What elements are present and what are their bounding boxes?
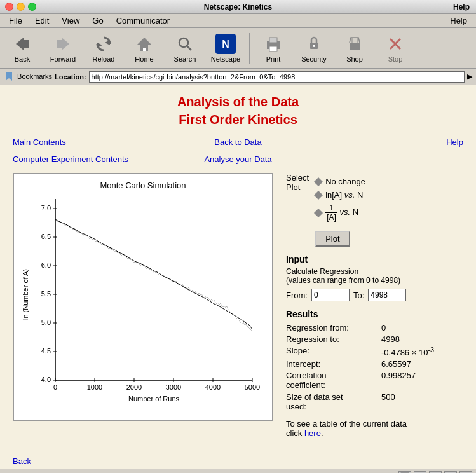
back-button[interactable]: Back: [4, 31, 41, 66]
computer-experiment-link[interactable]: Computer Experiment Contents: [13, 154, 128, 164]
svg-rect-14: [269, 38, 277, 43]
from-input[interactable]: [311, 289, 350, 301]
radio-lna[interactable]: [314, 190, 323, 199]
window-controls[interactable]: [5, 3, 36, 11]
reload-button[interactable]: Reload: [85, 31, 122, 66]
security-button[interactable]: Security: [296, 31, 332, 66]
from-to-row: From: To:: [286, 289, 463, 301]
result-regression-to: Regression to: 4998: [286, 334, 463, 344]
netscape-icon: N: [215, 34, 236, 54]
svg-text:0: 0: [53, 383, 57, 391]
back-to-data-link[interactable]: Back to Data: [214, 137, 261, 147]
menu-edit[interactable]: Edit: [30, 15, 54, 27]
title-bar: Netscape: Kinetics Help: [0, 0, 476, 14]
svg-text:6.5: 6.5: [41, 233, 51, 240]
svg-text:7.0: 7.0: [41, 204, 51, 212]
results-label: Results: [286, 309, 463, 319]
input-section: Input Calculate Regression(values can ra…: [286, 254, 463, 301]
page-content: Analysis of the Data First Order Kinetic…: [0, 85, 476, 454]
svg-marker-4: [105, 40, 110, 45]
help-link[interactable]: Help: [446, 137, 463, 147]
right-panel: Select Plot No change ln[A] vs. N: [286, 173, 463, 438]
svg-marker-23: [6, 72, 12, 81]
stop-button[interactable]: Stop: [377, 31, 414, 66]
status-icon-2: [414, 471, 426, 474]
analyse-data-link[interactable]: Analyse your Data: [204, 154, 271, 164]
chart-title: Monte Carlo Simulation: [20, 181, 266, 190]
lna-label: ln[A] vs. N: [325, 190, 363, 200]
nav-links: Main Contents Back to Data Help: [13, 137, 463, 147]
menu-view[interactable]: View: [57, 15, 85, 27]
shop-icon: [344, 34, 365, 54]
page-title: Analysis of the Data First Order Kinetic…: [13, 93, 463, 128]
result-size: Size of data setused: 500: [286, 392, 463, 411]
back-icon: [12, 34, 32, 54]
location-input[interactable]: [89, 71, 465, 83]
menu-communicator[interactable]: Communicator: [111, 15, 175, 27]
search-button[interactable]: Search: [167, 31, 203, 66]
input-label: Input: [286, 254, 463, 264]
home-button[interactable]: Home: [126, 31, 163, 66]
radio-inv[interactable]: [314, 208, 323, 217]
window-help[interactable]: Help: [453, 3, 470, 11]
maximize-button[interactable]: [28, 3, 36, 11]
status-icons: [398, 471, 472, 474]
bookmarks-label[interactable]: Bookmarks: [4, 72, 52, 82]
netscape-button[interactable]: N Netscape: [207, 31, 244, 66]
result-slope: Slope: -0.4786 × 10-3: [286, 346, 463, 357]
no-change-label: No change: [325, 177, 365, 186]
svg-text:3000: 3000: [166, 383, 181, 391]
chart-svg: 4.0 4.5 5.0 5.5 6.0 6.5 7.0 0 1000 2000: [20, 193, 262, 409]
svg-text:2000: 2000: [126, 383, 142, 391]
location-go[interactable]: ▶: [467, 72, 472, 81]
svg-rect-1: [24, 40, 29, 48]
stop-icon: [385, 34, 405, 54]
close-button[interactable]: [5, 3, 13, 11]
plot-button[interactable]: Plot: [315, 231, 350, 247]
svg-text:N: N: [222, 39, 229, 50]
select-plot-area: Select Plot No change ln[A] vs. N: [286, 173, 463, 247]
bottom-back-link[interactable]: Back: [13, 456, 31, 466]
chart-container: Monte Carlo Simulation 4.0 4.5 5.0 5.5 6…: [13, 173, 273, 421]
location-label: Location:: [55, 73, 86, 81]
svg-marker-2: [62, 38, 69, 50]
shop-button[interactable]: Shop: [336, 31, 373, 66]
status-icon-5: [459, 471, 472, 474]
svg-rect-18: [350, 43, 360, 50]
svg-line-10: [187, 46, 191, 50]
svg-point-17: [313, 45, 315, 47]
search-icon: [175, 34, 195, 54]
from-label: From:: [286, 291, 308, 300]
bottom-link-area: Back: [0, 454, 476, 469]
forward-icon: [53, 34, 73, 54]
calc-label: Calculate Regression(values can range fr…: [286, 267, 463, 285]
to-input[interactable]: [368, 289, 406, 301]
svg-text:4.5: 4.5: [41, 347, 51, 355]
main-contents-link[interactable]: Main Contents: [13, 137, 66, 147]
here-link[interactable]: here: [304, 428, 321, 438]
svg-rect-8: [143, 48, 146, 51]
toolbar-separator: [249, 33, 250, 64]
svg-marker-0: [16, 38, 24, 50]
menu-file[interactable]: File: [4, 15, 27, 27]
plot-option-inv[interactable]: 1 [A] vs. N: [315, 203, 365, 222]
forward-button[interactable]: Forward: [44, 31, 81, 66]
svg-text:Number of Runs: Number of Runs: [128, 395, 180, 402]
svg-marker-5: [97, 43, 102, 48]
minimize-button[interactable]: [17, 3, 25, 11]
plot-option-lna[interactable]: ln[A] vs. N: [315, 190, 365, 200]
menu-help[interactable]: Help: [445, 15, 472, 27]
svg-text:4000: 4000: [205, 383, 221, 391]
status-icon-4: [444, 471, 457, 474]
menu-go[interactable]: Go: [87, 15, 108, 27]
svg-text:5.5: 5.5: [41, 290, 51, 298]
status-icon-1: [398, 471, 411, 474]
data-link-text: To see a table of the current dataclick …: [286, 419, 463, 438]
plot-option-no-change[interactable]: No change: [315, 177, 365, 186]
to-label: To:: [353, 291, 364, 300]
radio-no-change[interactable]: [314, 177, 323, 186]
print-button[interactable]: Print: [255, 31, 292, 66]
svg-rect-3: [57, 40, 62, 48]
menu-bar: File Edit View Go Communicator Help: [0, 14, 476, 28]
nav-links-2: Computer Experiment Contents Analyse you…: [13, 154, 463, 164]
